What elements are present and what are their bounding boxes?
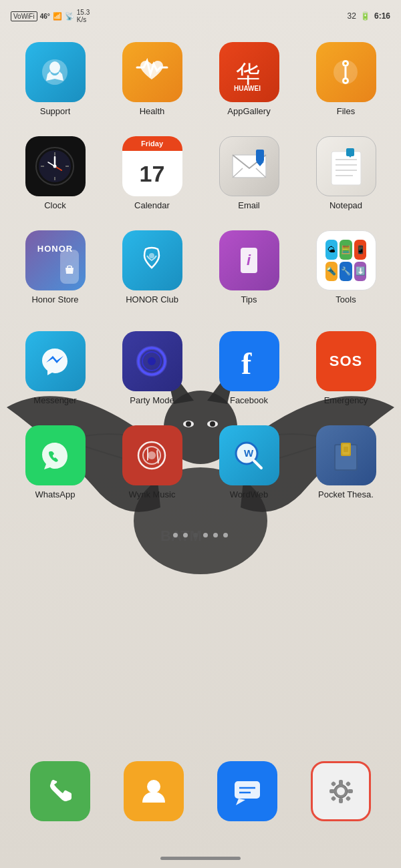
time-label: 6:16	[374, 11, 390, 21]
notepad-icon	[316, 136, 376, 196]
health-label: Health	[140, 106, 165, 116]
wordweb-label: WordWeb	[230, 489, 268, 499]
svg-rect-71	[330, 781, 336, 786]
app-clock[interactable]: Clock	[7, 130, 104, 217]
svg-point-66	[337, 787, 345, 795]
svg-text:HUAWEI: HUAWEI	[234, 85, 261, 91]
home-indicator[interactable]	[160, 857, 241, 860]
email-label: Email	[238, 200, 260, 210]
svg-point-27	[53, 164, 57, 168]
dot-1	[173, 533, 178, 537]
app-pocket-thesaurus[interactable]: Pocket Thesa.	[297, 419, 394, 506]
facebook-icon: f	[219, 331, 279, 391]
svg-rect-33	[331, 152, 361, 185]
dock-settings[interactable]	[294, 761, 388, 821]
settings-icon	[311, 761, 371, 821]
status-right: 32 🔋 6:16	[348, 11, 390, 21]
phone-icon	[30, 761, 90, 821]
svg-point-40	[149, 253, 154, 258]
appgallery-icon: 华HUAWEI	[219, 42, 279, 102]
battery-icon: 🔋	[360, 11, 370, 21]
dot-4	[203, 533, 208, 537]
pocket-thesaurus-label: Pocket Thesa.	[318, 489, 374, 499]
support-icon	[25, 42, 86, 102]
signal-label: 46°	[40, 13, 50, 20]
wynk-icon	[122, 425, 182, 485]
messenger-label: Messenger	[33, 395, 76, 405]
files-label: Files	[337, 106, 355, 116]
app-notepad[interactable]: Notepad	[297, 130, 394, 217]
messenger-icon	[25, 331, 86, 391]
svg-text:华: 华	[236, 60, 260, 87]
clock-label: Clock	[44, 200, 66, 210]
svg-rect-70	[348, 789, 353, 793]
svg-line-54	[254, 461, 261, 468]
app-whatsapp[interactable]: WhatsApp	[7, 419, 104, 506]
svg-text:W: W	[244, 447, 254, 459]
emergency-label: Emergency	[324, 395, 368, 405]
app-tips[interactable]: i Tips	[200, 224, 297, 311]
contacts-icon	[124, 761, 184, 821]
svg-rect-68	[339, 798, 343, 803]
app-files[interactable]: Files	[297, 35, 394, 123]
messages-icon	[217, 761, 277, 821]
dot-5	[213, 533, 218, 537]
svg-marker-62	[236, 799, 245, 805]
app-support[interactable]: Support	[7, 35, 104, 123]
battery-label: 32	[348, 11, 356, 21]
app-tools[interactable]: 🌤 🧮 📱 🔦 🔧 ⬇️ Tools	[297, 224, 394, 311]
dock-contacts[interactable]	[107, 761, 200, 821]
svg-text:f: f	[241, 347, 252, 380]
dot-6	[223, 533, 228, 537]
whatsapp-icon	[25, 425, 86, 485]
calendar-icon: Friday 17	[122, 136, 182, 196]
whatsapp-label: WhatsApp	[35, 489, 76, 499]
svg-point-60	[147, 780, 160, 793]
svg-rect-74	[345, 795, 350, 801]
pocket-thesaurus-icon	[316, 425, 376, 485]
svg-rect-67	[339, 780, 343, 785]
tips-icon: i	[219, 230, 279, 290]
wynk-label: Wynk Music	[129, 489, 176, 499]
clock-icon	[25, 136, 86, 196]
app-messenger[interactable]: Messenger	[7, 324, 104, 412]
svg-rect-61	[235, 781, 260, 799]
svg-point-17	[344, 79, 347, 82]
svg-rect-59	[344, 447, 348, 452]
emergency-icon: SOS	[316, 331, 376, 391]
tools-icon: 🌤 🧮 📱 🔦 🔧 ⬇️	[316, 230, 376, 290]
app-wordweb[interactable]: W WordWeb	[200, 419, 297, 506]
party-mode-icon	[122, 331, 182, 391]
calendar-label: Calendar	[134, 200, 170, 210]
svg-point-16	[344, 62, 347, 65]
files-icon	[316, 42, 376, 102]
status-left: VoWiFi 46° 📶 📡 15.3K/s	[11, 9, 90, 23]
app-emergency[interactable]: SOS Emergency	[297, 324, 394, 412]
dock-phone[interactable]	[13, 761, 107, 821]
honor-club-label: HONOR Club	[126, 294, 178, 304]
honor-store-icon: HONOR	[25, 230, 86, 290]
app-calendar[interactable]: Friday 17 Calendar	[104, 130, 200, 217]
dock-messages[interactable]	[200, 761, 294, 821]
app-health[interactable]: Health	[104, 35, 200, 123]
honor-club-icon	[122, 230, 182, 290]
svg-point-45	[148, 357, 156, 365]
wordweb-icon: W	[219, 425, 279, 485]
health-icon	[122, 42, 182, 102]
app-facebook[interactable]: f Facebook	[200, 324, 297, 412]
app-honor-club[interactable]: HONOR Club	[104, 224, 200, 311]
app-appgallery[interactable]: 华HUAWEI AppGallery	[200, 35, 297, 123]
party-mode-label: Party Mode	[130, 395, 174, 405]
svg-rect-73	[330, 795, 336, 801]
dock	[0, 754, 401, 828]
svg-rect-31	[256, 150, 264, 162]
app-email[interactable]: Email	[200, 130, 297, 217]
app-wynk[interactable]: Wynk Music	[104, 419, 200, 506]
email-icon	[219, 136, 279, 196]
svg-rect-72	[345, 781, 350, 786]
svg-rect-69	[329, 789, 335, 793]
app-party-mode[interactable]: Party Mode	[104, 324, 200, 412]
wifi-icon: 📡	[65, 12, 74, 21]
notepad-label: Notepad	[329, 200, 362, 210]
app-honor-store[interactable]: HONOR Honor Store	[7, 224, 104, 311]
